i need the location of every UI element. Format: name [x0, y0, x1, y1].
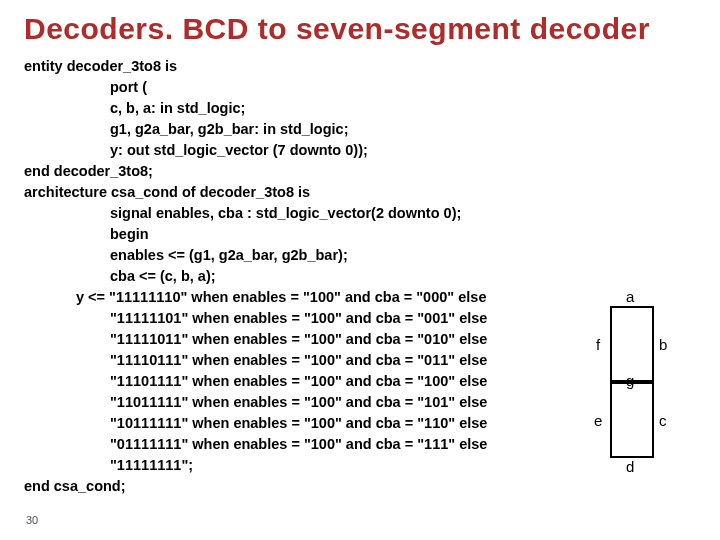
- segment-label-d: d: [626, 458, 634, 475]
- segment-label-a: a: [626, 288, 634, 305]
- code-line: entity decoder_3to8 is: [24, 56, 702, 77]
- code-line: enables <= (g1, g2a_bar, g2b_bar);: [24, 245, 702, 266]
- code-line: cba <= (c, b, a);: [24, 266, 702, 287]
- slide-number: 30: [26, 514, 38, 526]
- code-line: y: out std_logic_vector (7 downto 0));: [24, 140, 702, 161]
- segment-label-f: f: [596, 336, 600, 353]
- code-line: begin: [24, 224, 702, 245]
- code-line: c, b, a: in std_logic;: [24, 98, 702, 119]
- segment-label-g: g: [626, 372, 634, 389]
- code-line: port (: [24, 77, 702, 98]
- code-line: signal enables, cba : std_logic_vector(2…: [24, 203, 702, 224]
- slide: Decoders. BCD to seven-segment decoder e…: [0, 0, 720, 540]
- seven-segment-diagram: a b c d e f g: [592, 300, 692, 480]
- segment-label-b: b: [659, 336, 667, 353]
- segment-label-c: c: [659, 412, 667, 429]
- segment-upper-rect: [610, 306, 654, 382]
- code-line: end decoder_3to8;: [24, 161, 702, 182]
- slide-title: Decoders. BCD to seven-segment decoder: [24, 12, 702, 46]
- code-line: g1, g2a_bar, g2b_bar: in std_logic;: [24, 119, 702, 140]
- code-line: architecture csa_cond of decoder_3to8 is: [24, 182, 702, 203]
- segment-lower-rect: [610, 382, 654, 458]
- segment-label-e: e: [594, 412, 602, 429]
